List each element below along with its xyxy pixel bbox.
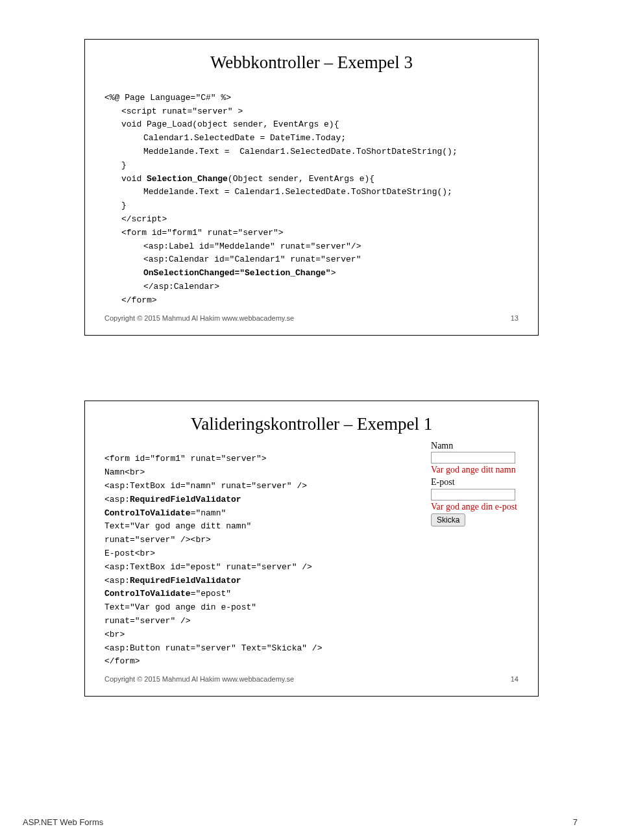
code-line: <asp:RequiredFieldValidator <box>104 495 241 504</box>
name-error: Var god ange ditt namn <box>431 464 517 476</box>
slide-2: Valideringskontroller – Exempel 1 Namn V… <box>84 401 539 697</box>
form-demo: Namn Var god ange ditt namn E-post Var g… <box>431 440 517 526</box>
code-line: void Page_Load(object sender, EventArgs … <box>104 118 339 132</box>
copyright-text: Copyright © 2015 Mahmud Al Hakim www.web… <box>104 314 294 322</box>
code-line: <asp:Label id="Meddelande" runat="server… <box>104 240 361 254</box>
code-line: Calendar1.SelectedDate = DateTime.Today; <box>104 132 346 145</box>
page-footer: ASP.NET Web Forms 7 <box>23 817 578 827</box>
code-line: <asp:Calendar id="Calendar1" runat="serv… <box>104 253 361 267</box>
page-number: 7 <box>573 817 578 827</box>
name-label: Namn <box>431 440 517 452</box>
slide-1: Webbkontroller – Exempel 3 <%@ Page Lang… <box>84 39 539 336</box>
code-line: </asp:Calendar> <box>104 280 219 294</box>
code-line: <asp:RequiredFieldValidator <box>104 576 241 586</box>
code-line: Text="Var god ange ditt namn" <box>104 521 251 531</box>
code-line: Meddelande.Text = Calendar1.SelectedDate… <box>104 186 452 199</box>
code-line: Namn<br> <box>104 467 145 477</box>
email-label: E-post <box>431 476 517 489</box>
code-line: Text="Var god ange din e-post" <box>104 602 256 612</box>
copyright-text: Copyright © 2015 Mahmud Al Hakim www.web… <box>104 675 294 683</box>
slide-number: 13 <box>511 314 519 322</box>
code-line: runat="server" /><br> <box>104 535 211 545</box>
code-line: </form> <box>104 294 157 308</box>
slide-footer: Copyright © 2015 Mahmud Al Hakim www.web… <box>104 314 519 322</box>
code-block: <%@ Page Language="C#" %> <script runat=… <box>104 78 519 308</box>
code-line: </script> <box>104 213 167 227</box>
doc-title: ASP.NET Web Forms <box>23 817 103 827</box>
code-line: void Selection_Change(Object sender, Eve… <box>104 173 374 186</box>
code-line: OnSelectionChanged="Selection_Change"> <box>104 267 336 280</box>
code-line: } <box>104 199 127 213</box>
code-line: <asp:Button runat="server" Text="Skicka"… <box>104 643 322 653</box>
code-line: <asp:TextBox id="namn" runat="server" /> <box>104 481 307 491</box>
code-line: <%@ Page Language="C#" %> <box>104 93 231 103</box>
slide-title: Valideringskontroller – Exempel 1 <box>104 414 519 434</box>
code-line: ControlToValidate="namn" <box>104 508 226 518</box>
name-input[interactable] <box>431 452 515 463</box>
code-line: <form id="form1" runat="server"> <box>104 454 267 463</box>
email-error: Var god ange din e-post <box>431 501 517 513</box>
slide-footer: Copyright © 2015 Mahmud Al Hakim www.web… <box>104 675 519 683</box>
code-line: runat="server" /> <box>104 616 191 626</box>
slide-number: 14 <box>511 675 519 683</box>
code-line: E-post<br> <box>104 549 155 558</box>
slide-title: Webbkontroller – Exempel 3 <box>104 53 519 73</box>
code-line: <script runat="server" > <box>104 105 243 119</box>
code-line: Meddelande.Text = Calendar1.SelectedDate… <box>104 145 458 159</box>
code-line: </form> <box>104 656 140 666</box>
code-line: <form id="form1" runat="server"> <box>104 227 284 240</box>
code-line: ControlToValidate="epost" <box>104 589 231 599</box>
email-input[interactable] <box>431 489 515 500</box>
code-line: } <box>104 159 127 173</box>
submit-button[interactable]: Skicka <box>431 513 465 526</box>
code-line: <br> <box>104 630 125 639</box>
code-line: <asp:TextBox id="epost" runat="server" /… <box>104 562 312 572</box>
